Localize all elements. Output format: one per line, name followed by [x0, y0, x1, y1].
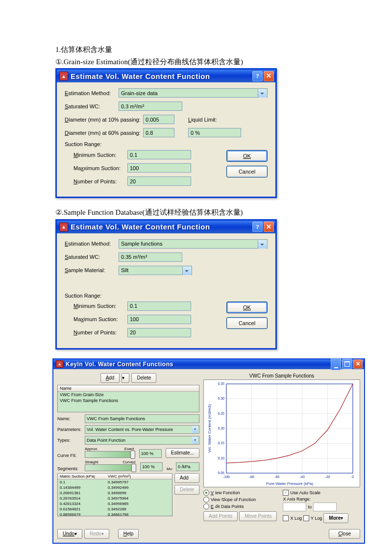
- x-range-from[interactable]: [283, 503, 306, 511]
- name-input[interactable]: VWC From Sample Functions: [85, 414, 199, 423]
- table-row[interactable]: 0.297635140.34975994: [58, 496, 172, 501]
- ylog-check[interactable]: Y Log: [303, 515, 322, 521]
- add-button[interactable]: AAdddd: [100, 373, 120, 383]
- data-table[interactable]: Matric Suction (kPa)VWC (m³/m³) 0.10.349…: [57, 473, 172, 516]
- move-points-button[interactable]: Move Points: [239, 511, 277, 521]
- keyin-dialog: ▲ KeyIn Vol. Water Content Functions ✕ A…: [52, 358, 365, 544]
- list-item[interactable]: VWC From Grain-Size: [58, 392, 199, 398]
- svg-text:0.05: 0.05: [218, 471, 224, 475]
- saturated-wc-input[interactable]: 0.35 m³/m³: [119, 252, 182, 262]
- d10-label: Diameter (mm) at 10% passing:: [65, 117, 143, 123]
- add-point-button[interactable]: Add: [174, 473, 199, 483]
- help-button[interactable]: Help: [118, 529, 139, 539]
- saturated-wc-label: Saturated WC:: [65, 254, 119, 260]
- min-suction-label: Minimum Suction:: [74, 152, 127, 158]
- svg-text:-20: -20: [325, 475, 330, 479]
- close-icon[interactable]: ✕: [264, 71, 274, 81]
- close-button[interactable]: Close: [329, 529, 360, 539]
- suction-range-label: Suction Range:: [65, 293, 268, 299]
- table-row[interactable]: 0.206913810.3498659: [58, 490, 172, 496]
- curve-fit-value[interactable]: 100 %: [139, 449, 162, 458]
- saturated-wc-input[interactable]: 0.3 m³/m³: [119, 101, 182, 111]
- svg-text:Pore-Water Pressure (kPa): Pore-Water Pressure (kPa): [266, 481, 314, 486]
- saturated-wc-label: Saturated WC:: [65, 103, 119, 109]
- svg-text:0.25: 0.25: [218, 411, 224, 415]
- add-points-button[interactable]: Add Points: [203, 511, 238, 521]
- estimation-method-select[interactable]: Grain-size data: [119, 88, 268, 98]
- add-dropdown-icon[interactable]: ▾: [122, 373, 129, 383]
- table-row[interactable]: 0.885866790.34861798: [58, 512, 172, 516]
- estimation-method-select[interactable]: Sample functions: [119, 239, 268, 249]
- view-slope-radio[interactable]: View Slope of Function: [203, 497, 277, 503]
- ok-button[interactable]: OK: [226, 150, 268, 162]
- estimate-button[interactable]: Estimate...: [166, 448, 199, 458]
- mv-label: Mv:: [167, 467, 173, 471]
- mv-input[interactable]: 0 /kPa: [176, 462, 199, 471]
- segments-slider[interactable]: [85, 464, 135, 471]
- minimize-icon[interactable]: [331, 358, 341, 370]
- d10-input[interactable]: 0.005: [143, 115, 174, 124]
- d60-label: Diameter (mm) at 60% passing:: [65, 130, 143, 136]
- max-suction-input[interactable]: 100: [127, 315, 191, 324]
- x-range-to[interactable]: [313, 503, 337, 511]
- doc-heading-3: ②.Sample Function Database(通过试样经验估算体积含水量…: [55, 207, 392, 218]
- d60-input[interactable]: 0.8: [143, 128, 174, 137]
- slider-thumb[interactable]: [131, 464, 136, 472]
- max-suction-input[interactable]: 100: [127, 163, 191, 173]
- redo-button[interactable]: Redo ▾: [84, 529, 109, 539]
- more-button[interactable]: More ▾: [323, 513, 348, 523]
- list-item[interactable]: VWC From Sample Functions: [58, 398, 199, 404]
- slider-thumb[interactable]: [130, 451, 135, 459]
- estimation-method-label: Estimation Method:: [65, 241, 119, 247]
- titlebar[interactable]: ▲ Estimate Vol. Water Content Function ?…: [57, 70, 275, 82]
- segments-value[interactable]: 100 %: [140, 462, 163, 471]
- sample-material-select[interactable]: Silt: [119, 266, 192, 275]
- maximize-icon[interactable]: [342, 359, 352, 369]
- edit-points-radio[interactable]: Edit Data Points: [203, 504, 277, 509]
- min-suction-input[interactable]: 0.1: [127, 150, 191, 159]
- min-suction-label: Minimum Suction:: [74, 303, 127, 309]
- close-icon[interactable]: ✕: [353, 359, 363, 369]
- table-row[interactable]: 0.615848210.3492289: [58, 506, 172, 512]
- max-suction-label: Maxximum Suction:: [74, 165, 127, 171]
- curve-fit-slider[interactable]: [85, 451, 134, 458]
- sample-material-label: Sample Material:: [65, 267, 119, 273]
- close-icon[interactable]: ✕: [264, 222, 274, 232]
- ok-button[interactable]: OK: [226, 302, 268, 313]
- app-icon: ▲: [56, 360, 63, 368]
- segments-label: Segments:: [57, 466, 83, 471]
- functions-listbox[interactable]: Name VWC From Grain-Size VWC From Sample…: [57, 385, 199, 412]
- parameters-select[interactable]: Vol. Water Content vs. Pore-Water Pressu…: [85, 425, 199, 434]
- cancel-button[interactable]: Cancel: [226, 317, 268, 329]
- min-suction-input[interactable]: 0.1: [127, 302, 191, 311]
- delete-point-button[interactable]: Delete: [174, 485, 199, 495]
- svg-text:0.30: 0.30: [218, 397, 224, 400]
- auto-scale-check[interactable]: ✓Use Auto Scale: [283, 490, 348, 496]
- titlebar[interactable]: ▲ Estimate Vol. Water Content Function ?…: [57, 221, 275, 233]
- to-label: to: [308, 505, 312, 509]
- xlog-check[interactable]: X Log: [283, 515, 302, 521]
- help-icon[interactable]: ?: [252, 71, 263, 81]
- parameters-label: Parameters:: [57, 427, 83, 432]
- col-vwc: VWC (m³/m³): [106, 474, 154, 479]
- chart-title: VWC From Sample Functions: [203, 373, 360, 378]
- titlebar[interactable]: ▲ KeyIn Vol. Water Content Functions ✕: [53, 359, 364, 369]
- svg-text:Vol. Water Content (m3/m3): Vol. Water Content (m3/m3): [207, 404, 212, 453]
- name-label: Name:: [57, 416, 83, 421]
- undo-button[interactable]: Undo ▾: [57, 529, 82, 539]
- svg-text:-100: -100: [223, 475, 230, 479]
- view-function-radio[interactable]: View Function: [203, 490, 277, 496]
- num-points-input[interactable]: 20: [127, 177, 191, 186]
- delete-button[interactable]: Delete: [131, 373, 156, 383]
- types-select[interactable]: Data Point Function: [85, 436, 199, 445]
- num-points-input[interactable]: 20: [127, 328, 191, 337]
- help-icon[interactable]: ?: [252, 222, 263, 232]
- cancel-button[interactable]: Cancel: [226, 166, 268, 177]
- table-row[interactable]: 0.10.34995797: [58, 479, 172, 485]
- window-title: KeyIn Vol. Water Content Functions: [66, 361, 330, 368]
- table-row[interactable]: 0.143844990.34992499: [58, 485, 172, 490]
- table-row[interactable]: 0.428133240.34956985: [58, 501, 172, 506]
- list-header: Name: [58, 385, 199, 392]
- doc-heading-2: ①.Grain-size Estimation(通过粒径分布曲线估算体积含水量): [55, 56, 392, 68]
- liquid-limit-input[interactable]: 0 %: [188, 128, 241, 137]
